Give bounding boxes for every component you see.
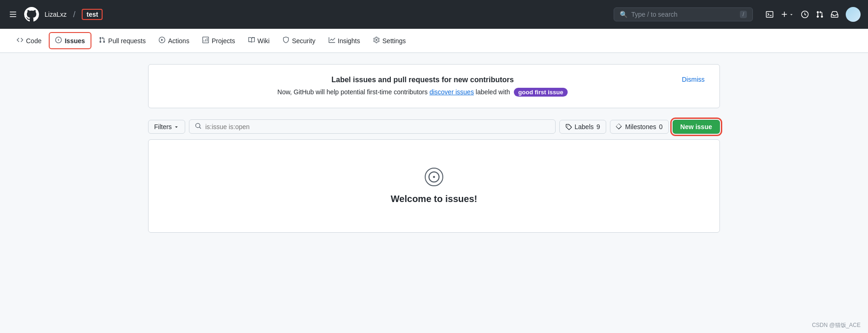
tab-settings[interactable]: Settings: [368, 33, 412, 48]
tab-insights[interactable]: Insights: [323, 33, 366, 48]
github-logo: [24, 7, 39, 22]
activity-button[interactable]: [801, 11, 809, 18]
repo-subnav: Code Issues Pull requests Actions: [0, 29, 868, 53]
projects-icon: [202, 37, 209, 45]
tab-issues[interactable]: Issues: [49, 32, 91, 49]
tab-settings-label: Settings: [382, 37, 406, 45]
tab-pull-requests[interactable]: Pull requests: [93, 33, 151, 48]
tab-code[interactable]: Code: [11, 33, 47, 48]
terminal-button[interactable]: [766, 11, 773, 18]
milestones-count: 0: [659, 123, 663, 131]
banner-desc-prefix: Now, GitHub will help potential first-ti…: [278, 88, 430, 96]
slash-separator: /: [73, 10, 75, 20]
milestones-button[interactable]: Milestones 0: [610, 120, 669, 134]
search-icon: [195, 123, 201, 131]
issues-search-input[interactable]: [205, 123, 550, 131]
pullrequest-button[interactable]: [816, 11, 823, 18]
good-first-issue-badge: good first issue: [514, 88, 568, 97]
search-placeholder: Type / to search: [631, 11, 736, 18]
filters-label: Filters: [154, 123, 172, 131]
milestones-label: Milestones: [625, 123, 656, 131]
tab-projects[interactable]: Projects: [197, 33, 241, 48]
tab-wiki-label: Wiki: [258, 37, 270, 45]
labels-count: 9: [596, 123, 600, 131]
tab-security-label: Security: [292, 37, 316, 45]
search-shortcut: /: [740, 11, 747, 18]
search-icon: 🔍: [620, 11, 628, 18]
empty-state: Welcome to issues!: [149, 140, 719, 232]
inbox-button[interactable]: [831, 11, 838, 18]
global-search[interactable]: 🔍 Type / to search /: [614, 7, 753, 21]
pr-icon: [99, 37, 105, 45]
labels-button[interactable]: Labels 9: [559, 120, 606, 134]
labels-label: Labels: [575, 123, 594, 131]
tab-insights-label: Insights: [338, 37, 360, 45]
repo-name[interactable]: test: [82, 9, 103, 20]
security-icon: [283, 37, 289, 45]
new-issue-button[interactable]: New issue: [673, 120, 720, 134]
hamburger-button[interactable]: [7, 9, 19, 20]
banner-discover-link[interactable]: discover issues: [429, 88, 474, 96]
tab-wiki[interactable]: Wiki: [243, 33, 275, 48]
issues-toolbar: Filters Labels 9 Milestones: [148, 119, 720, 134]
banner-content: Label issues and pull requests for new c…: [163, 76, 682, 97]
insights-icon: [329, 37, 335, 45]
banner-desc-suffix: labeled with: [476, 88, 510, 96]
dismiss-button[interactable]: Dismiss: [682, 76, 705, 83]
issues-container: Welcome to issues!: [148, 139, 720, 233]
empty-title: Welcome to issues!: [391, 194, 477, 204]
repo-owner[interactable]: LizaLxz: [45, 11, 66, 18]
tab-actions[interactable]: Actions: [153, 33, 195, 48]
actions-icon: [159, 37, 165, 45]
tab-projects-label: Projects: [212, 37, 235, 45]
plus-button[interactable]: [781, 11, 794, 18]
code-icon: [17, 37, 23, 45]
tab-code-label: Code: [26, 37, 41, 45]
main-content: Label issues and pull requests for new c…: [137, 53, 731, 244]
tab-security[interactable]: Security: [277, 33, 321, 48]
empty-icon: [425, 168, 443, 186]
banner-description: Now, GitHub will help potential first-ti…: [163, 88, 682, 97]
avatar[interactable]: [846, 7, 861, 22]
banner-title: Label issues and pull requests for new c…: [163, 76, 682, 84]
wiki-icon: [248, 37, 255, 45]
issues-search-bar[interactable]: [189, 119, 556, 134]
issue-icon: [55, 37, 62, 45]
tab-issues-label: Issues: [65, 37, 85, 45]
tab-pr-label: Pull requests: [108, 37, 146, 45]
settings-icon: [373, 37, 380, 45]
contributor-banner: Label issues and pull requests for new c…: [148, 64, 720, 108]
navbar-actions: [766, 7, 861, 22]
filters-button[interactable]: Filters: [148, 120, 185, 134]
tab-actions-label: Actions: [168, 37, 189, 45]
navbar: LizaLxz / test 🔍 Type / to search /: [0, 0, 868, 29]
